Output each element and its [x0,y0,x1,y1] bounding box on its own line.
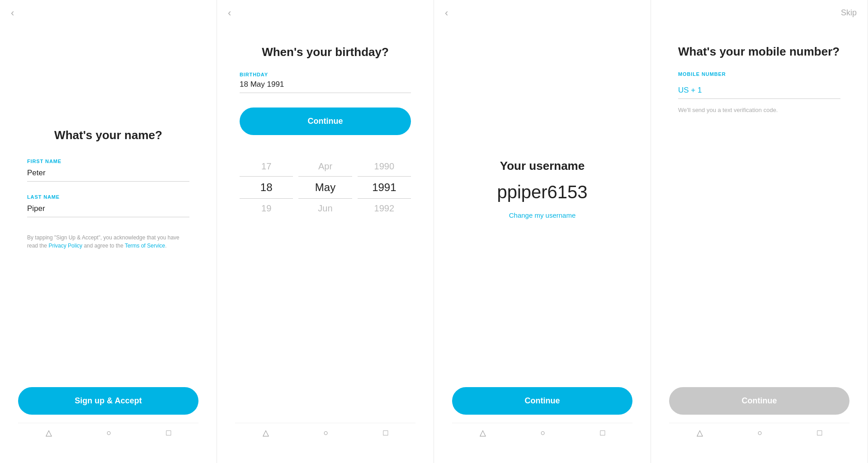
first-name-label: FIRST NAME [27,159,189,164]
last-name-label: LAST NAME [27,194,189,200]
drum-month: Apr May Jun [298,157,352,218]
nav-square-3[interactable]: □ [600,428,605,438]
nav-square-1[interactable]: □ [166,428,171,438]
drum-day-17[interactable]: 17 [240,157,293,176]
name-form: What's your name? FIRST NAME LAST NAME B… [0,0,217,387]
nav-bar-1: △ ○ □ [18,423,198,445]
drum-month-jun[interactable]: Jun [298,199,352,218]
drum-year-1991[interactable]: 1991 [358,176,411,199]
legal-text: By tapping "Sign Up & Accept", you ackno… [27,234,189,250]
privacy-policy-link[interactable]: Privacy Policy [48,243,82,249]
username-value: ppiper6153 [497,182,587,202]
screen4-bottom: Continue △ ○ □ [651,387,868,463]
nav-triangle-4[interactable]: △ [697,428,703,438]
drum-year-1992[interactable]: 1992 [358,199,411,218]
screen-username: ‹ Your username ppiper6153 Change my use… [434,0,651,463]
drum-day: 17 18 19 [240,157,293,218]
name-title: What's your name? [54,128,162,142]
mobile-hint: We'll send you a text verification code. [678,106,778,114]
date-picker: 17 18 19 Apr May Jun 1990 1991 1992 [240,157,411,218]
signup-button[interactable]: Sign up & Accept [18,387,198,415]
drum-month-may[interactable]: May [298,176,352,199]
username-content: Your username ppiper6153 Change my usern… [434,0,651,387]
username-continue-button[interactable]: Continue [452,387,632,415]
screen-birthday: ‹ When's your birthday? BIRTHDAY 18 May … [217,0,434,463]
drum-month-apr[interactable]: Apr [298,157,352,176]
skip-button[interactable]: Skip [841,8,857,18]
drum-day-18[interactable]: 18 [240,176,293,199]
drum-day-19[interactable]: 19 [240,199,293,218]
nav-bar-2: △ ○ □ [235,423,415,445]
last-name-input[interactable] [27,202,189,217]
nav-bar-3: △ ○ □ [452,423,632,445]
country-code[interactable]: US + 1 [678,86,702,95]
back-arrow-2[interactable]: ‹ [228,8,231,18]
birthday-form: When's your birthday? BIRTHDAY 18 May 19… [217,45,434,423]
nav-circle-1[interactable]: ○ [107,428,112,438]
birthday-continue-button[interactable]: Continue [240,108,411,135]
top-bar-2: ‹ [217,0,434,18]
drum-year-1990[interactable]: 1990 [358,157,411,176]
screen1-bottom: Sign up & Accept △ ○ □ [0,387,217,463]
nav-triangle-3[interactable]: △ [480,428,486,438]
screen2-bottom: △ ○ □ [217,423,434,463]
mobile-content: What's your mobile number? MOBILE NUMBER… [651,36,868,387]
nav-triangle-2[interactable]: △ [263,428,269,438]
nav-bar-4: △ ○ □ [669,423,849,445]
nav-square-2[interactable]: □ [383,428,388,438]
nav-square-4[interactable]: □ [817,428,822,438]
username-title: Your username [500,159,585,173]
nav-circle-3[interactable]: ○ [541,428,546,438]
mobile-title: What's your mobile number? [678,45,840,59]
nav-circle-2[interactable]: ○ [324,428,329,438]
nav-triangle-1[interactable]: △ [46,428,52,438]
change-username-link[interactable]: Change my username [509,211,576,219]
drum-year: 1990 1991 1992 [358,157,411,218]
mobile-input[interactable] [706,80,840,95]
top-bar-4: Skip [651,0,868,18]
mobile-label: MOBILE NUMBER [678,71,726,77]
birthday-value: 18 May 1991 [240,80,411,93]
mobile-row: US + 1 [678,80,840,99]
birthday-label: BIRTHDAY [240,72,268,77]
nav-circle-4[interactable]: ○ [758,428,763,438]
birthday-title: When's your birthday? [262,45,389,59]
first-name-input[interactable] [27,167,189,182]
terms-link[interactable]: Terms of Service [125,243,165,249]
screen-mobile: Skip What's your mobile number? MOBILE N… [651,0,868,463]
screen3-bottom: Continue △ ○ □ [434,387,651,463]
mobile-continue-button[interactable]: Continue [669,387,849,415]
screen-name: ‹ What's your name? FIRST NAME LAST NAME… [0,0,217,463]
